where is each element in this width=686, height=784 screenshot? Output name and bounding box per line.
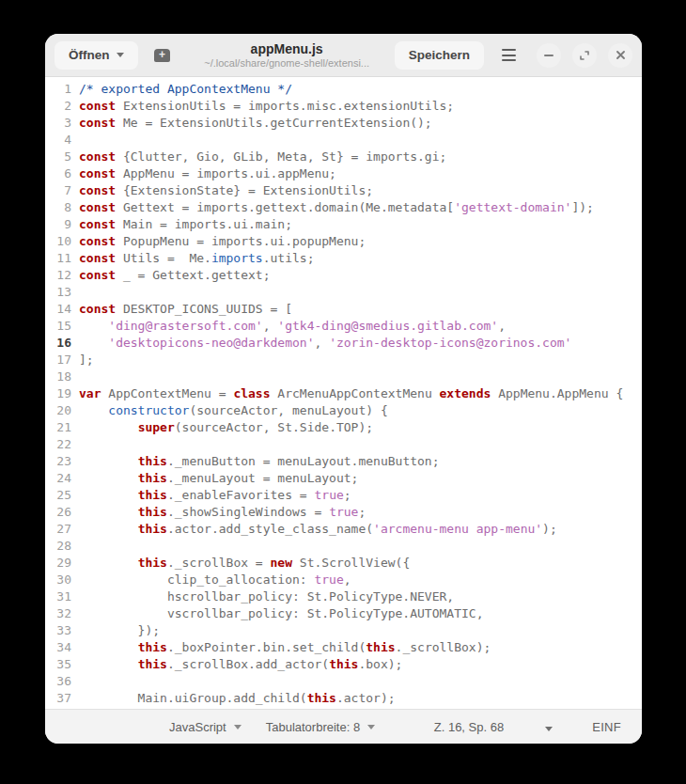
code-token: 'ding@rastersoft.com' <box>108 319 262 333</box>
line-number: 24 <box>45 470 71 487</box>
hamburger-icon <box>502 49 516 61</box>
code-token: 'desktopicons-neo@darkdemon' <box>108 336 314 350</box>
code-token: new <box>271 556 292 570</box>
code-token: , <box>344 572 351 587</box>
code-editor[interactable]: 1/* exported AppContextMenu */2const Ext… <box>45 77 642 709</box>
code-token: const <box>79 302 116 316</box>
code-token: ); <box>542 522 557 536</box>
cursor-position-label: Z. 16, Sp. 68 <box>434 720 504 734</box>
code-line[interactable]: 27 this.actor.add_style_class_name('arcm… <box>45 521 642 538</box>
code-token: hscrollbar_policy: St.PolicyType.NEVER, <box>79 589 454 604</box>
code-line[interactable]: 12const _ = Gettext.gettext; <box>45 267 642 284</box>
language-selector[interactable]: JavaScript <box>169 720 242 734</box>
save-button[interactable]: Speichern <box>395 41 484 70</box>
line-number: 29 <box>45 555 71 572</box>
code-line[interactable]: 16 'desktopicons-neo@darkdemon', 'zorin-… <box>45 335 642 352</box>
code-token: constructor <box>108 403 189 417</box>
code-token: 'gettext-domain' <box>454 200 571 214</box>
open-button[interactable]: Öffnen <box>55 41 138 70</box>
line-number: 5 <box>45 149 71 165</box>
code-line-text: this._enableFavorites = true; <box>71 487 351 504</box>
code-line[interactable]: 6const AppMenu = imports.ui.appMenu; <box>45 165 642 182</box>
line-number: 30 <box>45 572 71 588</box>
line-number: 9 <box>45 216 71 233</box>
code-line[interactable]: 22 <box>45 436 642 453</box>
menu-button[interactable] <box>491 40 525 71</box>
chevron-down-icon <box>367 725 375 729</box>
code-line[interactable]: 20 constructor(sourceActor, menuLayout) … <box>45 402 642 419</box>
code-line[interactable]: 32 vscrollbar_policy: St.PolicyType.AUTO… <box>45 605 642 622</box>
line-number: 15 <box>45 318 71 335</box>
code-line[interactable]: 36 <box>45 673 642 690</box>
code-line[interactable]: 33 }); <box>45 622 642 639</box>
line-number: 26 <box>45 504 71 521</box>
code-line[interactable]: 8const Gettext = imports.gettext.domain(… <box>45 199 642 216</box>
code-token: ArcMenuAppContextMenu <box>271 386 440 400</box>
code-line[interactable]: 28 <box>45 538 642 555</box>
code-token <box>79 640 138 654</box>
line-number: 25 <box>45 487 71 504</box>
chevron-down-icon <box>117 53 124 57</box>
code-line[interactable]: 31 hscrollbar_policy: St.PolicyType.NEVE… <box>45 588 642 605</box>
new-tab-button[interactable]: + <box>146 40 179 71</box>
code-token: this <box>138 488 167 502</box>
code-token: this <box>138 556 167 570</box>
code-token: var <box>79 386 101 400</box>
line-number: 6 <box>45 165 71 182</box>
code-line[interactable]: 7const {ExtensionState} = ExtensionUtils… <box>45 182 642 199</box>
code-line[interactable]: 15 'ding@rastersoft.com', 'gtk4-ding@sme… <box>45 318 642 335</box>
minimize-button[interactable] <box>537 43 561 68</box>
code-line[interactable]: 17]; <box>45 352 642 368</box>
code-line[interactable]: 21 super(sourceActor, St.Side.TOP); <box>45 419 642 436</box>
code-line[interactable]: 10const PopupMenu = imports.ui.popupMenu… <box>45 233 642 250</box>
code-line-text: this._scrollBox.add_actor(this.box); <box>71 656 402 673</box>
code-line[interactable]: 4 <box>45 132 642 149</box>
code-line-text: this._showSingleWindows = true; <box>71 504 366 521</box>
line-number: 2 <box>45 98 71 115</box>
code-line[interactable]: 2const ExtensionUtils = imports.misc.ext… <box>45 98 642 115</box>
code-token: ._menuButton = menuLayout.menuButton; <box>167 454 440 468</box>
code-line-text: this._menuLayout = menuLayout; <box>71 470 358 487</box>
line-number: 4 <box>45 132 71 149</box>
code-line[interactable]: 13 <box>45 284 642 301</box>
code-line[interactable]: 26 this._showSingleWindows = true; <box>45 504 642 521</box>
code-line[interactable]: 29 this._scrollBox = new St.ScrollView({ <box>45 555 642 572</box>
code-line-text <box>71 436 79 453</box>
line-number: 11 <box>45 250 71 267</box>
restore-button[interactable] <box>572 43 597 68</box>
code-token: ._scrollBox); <box>396 640 491 654</box>
code-token: const <box>79 116 116 130</box>
tab-width-selector[interactable]: Tabulatorbreite: 8 <box>266 720 375 734</box>
code-line[interactable]: 35 this._scrollBox.add_actor(this.box); <box>45 656 642 673</box>
code-line[interactable]: 9const Main = imports.ui.main; <box>45 216 642 233</box>
language-label: JavaScript <box>169 720 226 734</box>
line-number: 33 <box>45 622 71 639</box>
code-line[interactable]: 37 Main.uiGroup.add_child(this.actor); <box>45 690 642 707</box>
code-line[interactable]: 14const DESKTOP_ICONS_UUIDS = [ <box>45 301 642 318</box>
code-line-text: const Main = imports.ui.main; <box>71 216 292 233</box>
code-line[interactable]: 25 this._enableFavorites = true; <box>45 487 642 504</box>
code-line[interactable]: 23 this._menuButton = menuLayout.menuBut… <box>45 453 642 470</box>
code-line[interactable]: 18 <box>45 368 642 385</box>
code-token: class <box>233 386 270 400</box>
code-line[interactable]: 34 this._boxPointer.bin.set_child(this._… <box>45 639 642 656</box>
code-line-text: const AppMenu = imports.ui.appMenu; <box>71 165 336 182</box>
line-number: 8 <box>45 199 71 216</box>
code-line[interactable]: 5const {Clutter, Gio, GLib, Meta, St} = … <box>45 149 642 165</box>
code-line[interactable]: 24 this._menuLayout = menuLayout; <box>45 470 642 487</box>
chevron-down-icon <box>545 727 553 731</box>
code-token: .actor.add_style_class_name( <box>167 522 373 536</box>
cursor-position[interactable]: Z. 16, Sp. 68 <box>434 720 504 734</box>
code-line[interactable]: 3const Me = ExtensionUtils.getCurrentExt… <box>45 115 642 132</box>
code-line[interactable]: 1/* exported AppContextMenu */ <box>45 81 642 98</box>
minimize-icon <box>544 55 553 56</box>
close-button[interactable] <box>608 43 632 68</box>
headerbar-left: Öffnen + <box>55 40 179 71</box>
code-token: this <box>138 657 167 671</box>
code-line[interactable]: 19var AppContextMenu = class ArcMenuAppC… <box>45 385 642 402</box>
code-line[interactable]: 30 clip_to_allocation: true, <box>45 572 642 588</box>
line-number: 18 <box>45 368 71 385</box>
goto-line-menu[interactable] <box>545 720 553 734</box>
code-token: Me = ExtensionUtils.getCurrentExtension(… <box>116 116 432 130</box>
code-line[interactable]: 11const Utils = Me.imports.utils; <box>45 250 642 267</box>
